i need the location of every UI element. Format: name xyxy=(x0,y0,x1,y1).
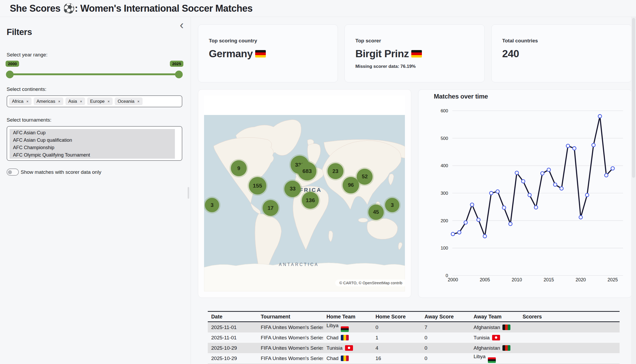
slider-max-value: 2025 xyxy=(170,61,183,67)
continents-multiselect[interactable]: Africa×Americas×Asia×Europe×Oceania× xyxy=(7,95,182,107)
cell-date: 2025-10-29 xyxy=(208,353,257,363)
table-header-home-team: Home Team xyxy=(323,312,372,322)
y-tick-label: 200 xyxy=(441,218,448,223)
table-row: 2025-10-29FIFA Unites Women's SeriesChad… xyxy=(208,353,620,363)
cell-scorers xyxy=(519,322,620,333)
data-point-marker xyxy=(553,183,557,186)
cell-tournament: FIFA Unites Women's Series xyxy=(257,322,323,333)
flag-ly-icon xyxy=(488,357,496,363)
data-point-marker xyxy=(458,231,461,234)
card-subtext: Missing scorer data: 76.19% xyxy=(355,64,416,69)
page-scrollbar[interactable] xyxy=(631,17,636,364)
data-point-marker xyxy=(611,167,615,170)
card-top-scoring-country: Top scoring country Germany xyxy=(198,24,338,82)
matches-over-time-chart[interactable]: 0100200300400500600200020052010201520202… xyxy=(418,90,631,298)
sidebar-scrollbar[interactable] xyxy=(188,187,189,199)
tournament-option[interactable]: AFC Asian Cup qualification xyxy=(10,136,175,144)
map-cluster-marker[interactable]: 155 xyxy=(249,177,266,194)
cell-date: 2025-10-29 xyxy=(208,343,257,353)
cell-team: Afghanistan xyxy=(470,343,519,353)
x-tick-label: 2025 xyxy=(608,277,618,282)
filters-heading: Filters xyxy=(7,27,32,37)
slider-thumb-min[interactable] xyxy=(6,70,14,78)
chip-close-icon[interactable]: × xyxy=(26,100,28,103)
x-tick-label: 2005 xyxy=(480,277,490,282)
table-header-away-team: Away Team xyxy=(470,312,519,322)
map-cluster-marker[interactable]: 33 xyxy=(284,181,301,197)
sidebar-collapse-icon[interactable]: ‹ xyxy=(180,19,184,31)
cell-team: Libya xyxy=(323,322,372,333)
map-cluster-marker[interactable]: 96 xyxy=(343,177,359,193)
data-point-marker xyxy=(464,221,467,224)
tournaments-label: Select tournaments: xyxy=(7,117,51,123)
flag-af-icon xyxy=(502,345,510,351)
continent-chip-europe[interactable]: Europe× xyxy=(87,97,113,105)
data-point-marker xyxy=(470,203,474,206)
y-tick-label: 500 xyxy=(441,136,448,141)
cell-scorers xyxy=(519,343,620,353)
map-cluster-marker[interactable]: 683 xyxy=(298,162,316,180)
tournaments-listbox[interactable]: AFC Asian CupAFC Asian Cup qualification… xyxy=(7,126,182,161)
tournament-option[interactable]: AFC Olympic Qualifying Tournament xyxy=(10,151,175,159)
matches-table-container: DateTournamentHome TeamHome ScoreAway Sc… xyxy=(208,311,620,364)
data-point-marker xyxy=(566,144,570,148)
chip-close-icon[interactable]: × xyxy=(108,100,110,103)
year-range-slider[interactable] xyxy=(10,73,179,75)
scorer-data-toggle[interactable] xyxy=(7,168,19,176)
continent-chip-oceania[interactable]: Oceania× xyxy=(115,97,143,105)
continent-chip-asia[interactable]: Asia× xyxy=(65,97,85,105)
card-label: Top scoring country xyxy=(209,38,257,44)
cell-team: Chad xyxy=(323,332,372,343)
chip-label: Asia xyxy=(68,99,77,104)
map-cluster-marker[interactable]: 3 xyxy=(385,198,399,212)
x-tick-label: 2015 xyxy=(544,277,554,282)
data-point-marker xyxy=(560,187,563,190)
data-point-marker xyxy=(509,222,512,226)
y-tick-label: 300 xyxy=(441,191,448,196)
flag-td-icon xyxy=(341,356,349,361)
map-cluster-marker[interactable]: 136 xyxy=(302,192,319,209)
chip-label: Americas xyxy=(37,99,55,104)
scorer-data-toggle-label: Show matches with scorer data only xyxy=(21,169,101,175)
map-cluster-marker[interactable]: 3 xyxy=(205,198,219,212)
cell-date: 2025-11-01 xyxy=(208,332,257,343)
cell-date: 2025-11-01 xyxy=(208,322,257,333)
slider-thumb-max[interactable] xyxy=(175,70,183,78)
flag-tn-icon xyxy=(345,345,353,351)
data-point-marker xyxy=(451,232,455,236)
chip-label: Europe xyxy=(90,99,105,104)
chip-close-icon[interactable]: × xyxy=(80,100,82,103)
card-value: 240 xyxy=(502,48,519,60)
table-row: 2025-11-01FIFA Unites Women's SeriesLiby… xyxy=(208,322,620,333)
cell-team: Libya xyxy=(470,353,519,363)
map-cluster-marker[interactable]: 9 xyxy=(231,160,247,176)
cell-scorers xyxy=(519,353,620,363)
continent-chip-africa[interactable]: Africa× xyxy=(9,97,32,105)
card-label: Top scorer xyxy=(355,38,381,44)
cell-team: Chad xyxy=(323,353,372,363)
world-map[interactable]: AFRICA ANTARCTICA 9155333683235296331361… xyxy=(204,96,405,291)
chip-close-icon[interactable]: × xyxy=(137,100,139,103)
matches-table: DateTournamentHome TeamHome ScoreAway Sc… xyxy=(208,311,620,364)
year-range-label: Select year range: xyxy=(7,52,47,58)
cell-home-score: 0 xyxy=(372,322,421,333)
data-point-marker xyxy=(592,143,595,147)
cell-tournament: FIFA Unites Women's Series xyxy=(257,332,323,343)
chip-close-icon[interactable]: × xyxy=(58,100,60,103)
cell-away-score: 0 xyxy=(421,332,470,343)
cell-team: Tunisia xyxy=(470,332,519,343)
flag-de-icon xyxy=(255,50,266,57)
tournament-option[interactable]: AFC Championship xyxy=(10,144,175,151)
cell-away-score: 7 xyxy=(421,322,470,333)
page-title: She Scores ⚽: Women's International Socc… xyxy=(10,3,253,14)
map-cluster-marker[interactable]: 17 xyxy=(263,200,279,216)
tournament-option[interactable]: AFC Asian Cup xyxy=(10,129,175,136)
map-cluster-marker[interactable]: 23 xyxy=(328,163,343,179)
continent-chip-americas[interactable]: Americas× xyxy=(34,97,63,105)
cell-home-score: 16 xyxy=(372,353,421,363)
map-cluster-marker[interactable]: 52 xyxy=(357,169,373,185)
page-scrollbar-thumb[interactable] xyxy=(632,18,635,178)
data-point-marker xyxy=(522,180,525,183)
map-attribution[interactable]: © CARTO, © OpenStreetMap contrib xyxy=(335,279,405,286)
map-cluster-marker[interactable]: 45 xyxy=(368,205,384,220)
